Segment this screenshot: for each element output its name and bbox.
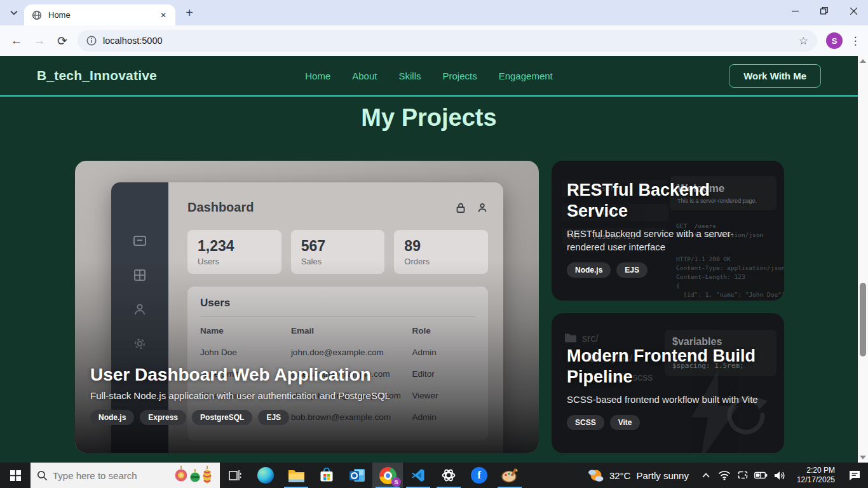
page-scrollbar[interactable] [858, 56, 868, 463]
page-viewport: B_tech_Innovative HomeAboutSkillsProject… [0, 56, 858, 463]
meet-now-icon[interactable] [736, 468, 750, 483]
taskbar-app-outlook[interactable] [342, 463, 372, 488]
tag-node-js: Node.js [90, 410, 134, 425]
tag-ejs: EJS [258, 410, 289, 425]
taskbar-app-store[interactable] [311, 463, 342, 488]
tab-search-button[interactable] [5, 4, 23, 22]
nav-link-engagement[interactable]: Engagement [499, 71, 553, 81]
chrome-profile-badge: S [391, 477, 401, 487]
browser-tab-strip: Home ✕ + [0, 0, 868, 25]
notification-center-button[interactable] [841, 463, 868, 488]
partly-sunny-icon [587, 468, 604, 483]
search-icon [37, 470, 48, 481]
back-button[interactable]: ← [6, 30, 27, 51]
project-info: User Dashboard Web Application Full-stac… [90, 365, 450, 425]
project-tags: SCSSVite [567, 415, 769, 430]
project-info: RESTful Backend Service RESTful backend … [567, 180, 769, 278]
project-tags: Node.jsEJS [567, 262, 769, 278]
decoration-line: } [676, 299, 784, 301]
task-view-icon [229, 470, 241, 481]
tag-express: Express [140, 410, 186, 425]
weather-condition: Partly sunny [636, 470, 689, 481]
page-title: My Projects [0, 104, 858, 132]
nav-link-skills[interactable]: Skills [398, 71, 421, 81]
network-wifi-icon[interactable] [717, 468, 731, 483]
taskbar-app-edge[interactable] [250, 463, 281, 488]
paint-icon [501, 468, 519, 483]
work-with-me-button[interactable]: Work With Me [729, 64, 821, 88]
chevron-down-icon [10, 10, 18, 15]
taskbar-app-chatgpt[interactable] [433, 463, 464, 488]
window-restore-button[interactable] [810, 0, 839, 22]
side-column: GET /usersPOST /loginPUT /users/:id Welc… [552, 161, 784, 453]
site-navbar: B_tech_Innovative HomeAboutSkillsProject… [0, 56, 858, 97]
address-bar[interactable]: localhost:5000 ☆ [78, 30, 817, 51]
project-card-backend: GET /usersPOST /loginPUT /users/:id Welc… [552, 161, 784, 301]
site-info-icon[interactable] [86, 36, 97, 46]
tag-node-js: Node.js [567, 262, 611, 278]
vscode-icon [410, 468, 426, 483]
taskbar-app-vscode[interactable] [403, 463, 433, 488]
screen: Home ✕ + ← → ⟳ localhost:5000 [0, 0, 868, 488]
taskbar-app-chrome[interactable]: S [372, 463, 403, 488]
microsoft-store-icon [319, 468, 334, 483]
brand-logo[interactable]: B_tech_Innovative [37, 68, 157, 83]
browser-menu-icon[interactable]: ⋮ [848, 34, 863, 48]
tag-ejs: EJS [616, 262, 648, 278]
globe-favicon-icon [32, 10, 42, 20]
window-minimize-button[interactable] [780, 0, 810, 22]
file-tree-row: src/ [564, 332, 653, 345]
tag-postgresql: PostgreSQL [192, 410, 252, 425]
window-close-button[interactable] [839, 0, 868, 22]
close-icon [850, 8, 857, 15]
task-view-button[interactable] [220, 463, 250, 488]
taskbar-app-file-explorer[interactable] [281, 463, 311, 488]
project-title: Modern Frontend Build Pipeline [567, 346, 769, 387]
holiday-ornaments-icon [174, 465, 214, 485]
decoration-line: { [676, 281, 784, 290]
outlook-icon [349, 468, 365, 483]
nav-link-projects[interactable]: Projects [442, 71, 477, 81]
reload-button[interactable]: ⟳ [52, 30, 72, 51]
taskbar-search[interactable] [31, 463, 220, 488]
window-controls [780, 0, 868, 22]
nav-link-home[interactable]: Home [305, 71, 330, 81]
taskbar: S f [0, 463, 868, 488]
tag-vite: Vite [610, 415, 641, 430]
tag-scss: SCSS [567, 415, 604, 430]
url-text[interactable]: localhost:5000 [103, 36, 799, 46]
profile-avatar[interactable]: S [826, 32, 843, 49]
search-input[interactable] [53, 470, 169, 481]
hidden-icons-chevron[interactable] [699, 468, 713, 483]
project-title: RESTful Backend Service [567, 180, 769, 221]
browser-toolbar: ← → ⟳ localhost:5000 ☆ S ⋮ [0, 25, 868, 56]
taskbar-weather[interactable]: 32°C Partly sunny [581, 463, 695, 488]
project-description: RESTful backend service with a server-re… [567, 227, 769, 254]
projects-grid: Dashboard 1,234Users567Sales89Orders Use… [0, 161, 858, 453]
scrollbar-thumb[interactable] [860, 283, 866, 356]
browser-tab-home[interactable]: Home ✕ [24, 4, 175, 25]
project-title: User Dashboard Web Application [90, 365, 450, 385]
taskbar-spacer [525, 463, 581, 488]
nav-links: HomeAboutSkillsProjectsEngagement [305, 71, 553, 81]
clock-date: 12/17/2025 [797, 475, 835, 485]
scrollbar-up-arrow[interactable] [860, 59, 866, 63]
start-button[interactable] [0, 463, 31, 488]
forward-button[interactable]: → [29, 30, 50, 51]
project-card-dashboard: Dashboard 1,234Users567Sales89Orders Use… [75, 161, 539, 453]
taskbar-clock[interactable]: 2:20 PM 12/17/2025 [790, 463, 841, 488]
windows-logo-icon [10, 470, 21, 481]
taskbar-app-paint[interactable] [494, 463, 525, 488]
new-tab-button[interactable]: + [180, 4, 198, 22]
battery-icon[interactable] [754, 468, 768, 483]
file-name: src/ [582, 333, 599, 344]
clock-time: 2:20 PM [797, 466, 835, 475]
edge-icon [257, 467, 274, 484]
scrollbar-down-arrow[interactable] [860, 456, 866, 459]
project-description: Full-stack Node.js application with user… [90, 390, 450, 401]
taskbar-app-facebook[interactable]: f [464, 463, 494, 488]
bookmark-star-icon[interactable]: ☆ [799, 34, 808, 48]
tab-close-icon[interactable]: ✕ [158, 10, 169, 21]
volume-icon[interactable] [773, 468, 787, 483]
nav-link-about[interactable]: About [352, 71, 377, 81]
